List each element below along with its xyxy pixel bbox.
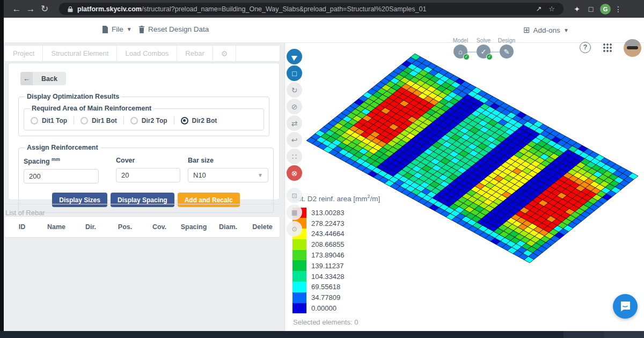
browser-reload-icon[interactable]: ↻ <box>38 3 52 14</box>
legend-color-swatch <box>292 271 306 282</box>
cover-input[interactable] <box>116 168 180 182</box>
select-elements-tool[interactable]: ∷ <box>287 149 302 164</box>
rotate-tool[interactable]: ↻ <box>287 82 302 98</box>
separator <box>174 116 174 124</box>
legend-color-swatch <box>292 239 306 250</box>
user-avatar[interactable] <box>624 39 641 57</box>
tab-rebar[interactable]: Rebar <box>177 46 213 61</box>
tab-project[interactable]: Project <box>5 46 43 61</box>
legend-row: 208.66855 <box>292 239 380 250</box>
addons-menu[interactable]: ⊞ Add-ons ▼ <box>523 25 569 35</box>
browser-menu-icon[interactable]: ⋮ <box>613 5 624 13</box>
step-design-label: Design <box>495 37 518 43</box>
select-tool[interactable]: ▶ <box>287 49 302 64</box>
window-edge <box>0 0 4 338</box>
grid-tool[interactable]: ▦ <box>287 204 302 220</box>
swap-arrows-icon: ⇄ <box>291 120 298 127</box>
bookmark-star-icon[interactable]: ☆ <box>545 5 558 13</box>
display-optimization-results-legend: Display Optimization Results <box>25 93 121 100</box>
window-tool[interactable]: ⊡ <box>287 188 302 203</box>
solve-icon: ✓ <box>481 48 487 56</box>
step-design-button[interactable]: ✎ <box>500 45 514 58</box>
required-area-group: Required Area of Main Reinforcement Dit1… <box>24 105 264 130</box>
legend-row: 104.33428 <box>292 271 380 282</box>
radio-icon <box>130 117 138 124</box>
box-select-tool[interactable]: □ <box>287 65 302 81</box>
lock-icon <box>68 6 73 12</box>
addons-grid-icon: ⊞ <box>523 25 530 35</box>
spacing-label: Spacing mm <box>24 157 99 165</box>
legend-value: 313.00283 <box>311 209 344 217</box>
result-legend: Bot. D2 reinf. area [mm2/m] 313.00283278… <box>292 194 380 313</box>
file-menu-label: File <box>112 25 123 33</box>
workflow-stepper: Model ⌂✓ Solve ✓✓ Design ✎ <box>449 37 518 61</box>
reset-design-data-label: Reset Design Data <box>148 25 209 33</box>
radio-icon <box>31 117 38 124</box>
bar-size-select[interactable]: N10 ▼ <box>188 168 268 182</box>
deselect-icon: ⊘ <box>291 103 298 111</box>
pointer-icon: ▶ <box>290 52 298 61</box>
address-bar[interactable]: platform.skyciv.com/structural?preload_n… <box>59 3 564 15</box>
legend-value: 104.33428 <box>311 273 344 281</box>
tab-search-icon[interactable]: □ <box>584 5 598 13</box>
selected-elements-status: Selected elements: 0 <box>293 318 358 326</box>
spacing-input[interactable] <box>24 169 99 183</box>
cover-label: Cover <box>116 157 180 164</box>
model-viewer[interactable]: ▶□↻⊘⇄↩∷⊗⊡▦⊙ Bot. D2 reinf. area [mm2/m] … <box>284 43 644 332</box>
radio-dir2-top[interactable]: Dir2 Top <box>130 117 167 124</box>
tab-structural-element[interactable]: Structural Element <box>43 46 117 61</box>
separator <box>74 116 74 124</box>
undo-tool[interactable]: ↩ <box>287 132 302 148</box>
swap-tool[interactable]: ⇄ <box>287 115 302 131</box>
column-header: Delete <box>245 223 280 231</box>
reinforcement-direction-radios: Dit1 Top Dir1 Bot Dir2 Top Dir2 Bot <box>28 115 259 126</box>
radio-icon <box>80 117 88 124</box>
radio-selected-icon <box>181 117 188 124</box>
legend-color-swatch <box>292 282 306 292</box>
legend-value: 34.77809 <box>311 293 340 302</box>
legend-row: 139.11237 <box>292 260 380 271</box>
tab-bar: Project Structural Element Load Combos R… <box>4 45 280 62</box>
browser-profile-avatar[interactable]: G <box>600 4 611 14</box>
apps-grid-icon[interactable] <box>603 43 612 52</box>
radio-dir1-bot[interactable]: Dir1 Bot <box>80 117 117 124</box>
legend-value: 69.55618 <box>311 283 340 291</box>
clear-selection-tool[interactable]: ⊗ <box>287 165 302 181</box>
reset-design-data-button[interactable]: Reset Design Data <box>138 25 209 33</box>
app-toolbar: File ▼ Reset Design Data Model ⌂✓ Solve … <box>0 18 644 43</box>
chevron-down-icon: ▼ <box>258 172 263 178</box>
column-header: ID <box>5 223 39 231</box>
chevron-down-icon: ▼ <box>127 26 132 32</box>
deselect-tool[interactable]: ⊘ <box>287 99 302 114</box>
tab-load-combos[interactable]: Load Combos <box>117 46 177 61</box>
box-select-icon: □ <box>292 70 296 77</box>
file-menu[interactable]: File ▼ <box>102 25 132 33</box>
step-solve-button[interactable]: ✓✓ <box>477 45 491 58</box>
back-button[interactable]: ← Back <box>20 72 66 85</box>
legend-value: 208.66855 <box>311 240 344 248</box>
legend-color-swatch <box>292 292 306 303</box>
column-header: Spacing <box>177 223 211 231</box>
radio-dit1-top[interactable]: Dit1 Top <box>31 117 67 124</box>
viewer-toolbar: ▶□↻⊘⇄↩∷⊗⊡▦⊙ <box>287 49 302 238</box>
back-arrow-icon: ← <box>20 72 33 85</box>
chat-widget-button[interactable] <box>613 294 638 319</box>
taskbar <box>0 331 644 338</box>
browser-forward-icon[interactable]: → <box>24 4 38 14</box>
model-icon: ⌂ <box>458 48 463 56</box>
step-model-button[interactable]: ⌂✓ <box>453 45 467 58</box>
legend-color-swatch <box>292 250 306 261</box>
share-icon[interactable]: ↗ <box>532 5 545 13</box>
help-button[interactable]: ? <box>580 42 591 53</box>
assign-fields-row: Spacing mm Cover Bar size N10 ▼ <box>24 157 268 183</box>
radio-dir2-bot[interactable]: Dir2 Bot <box>181 117 217 124</box>
display-optimization-results-group: Display Optimization Results Required Ar… <box>18 93 269 136</box>
rebar-table-header-row: IDNameDir.Pos.Cov.SpacingDiam.Delete <box>4 216 280 238</box>
tab-settings[interactable]: ⚙ <box>213 46 237 61</box>
legend-row: 173.89046 <box>292 250 380 261</box>
browser-back-icon[interactable]: ← <box>10 4 24 14</box>
circle-x-icon: ⊗ <box>291 170 298 177</box>
visibility-tool[interactable]: ⊙ <box>287 221 302 237</box>
extensions-icon[interactable]: ✦ <box>570 5 584 13</box>
assign-reinforcement-group: Assign Reinforcement Spacing mm Cover Ba… <box>18 144 274 213</box>
